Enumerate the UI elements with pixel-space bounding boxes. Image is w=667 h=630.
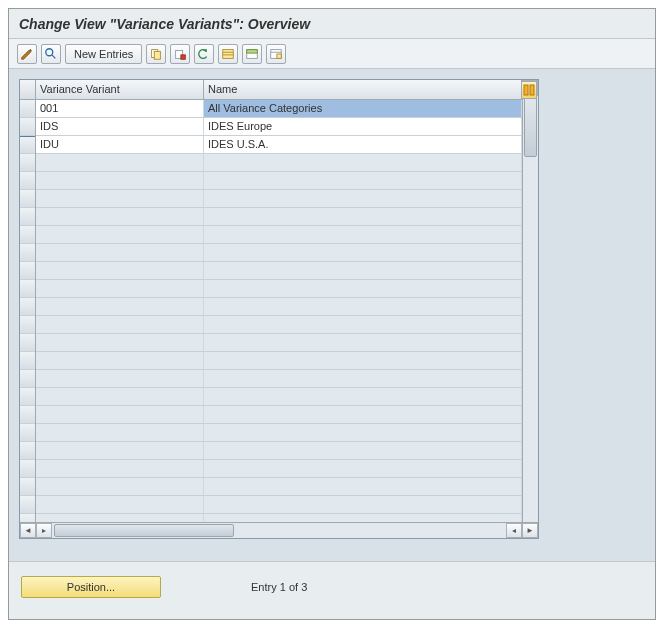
position-button[interactable]: Position...: [21, 576, 161, 598]
cell-name: [204, 190, 522, 207]
hscroll-thumb[interactable]: [54, 524, 234, 537]
variance-table: Variance Variant Name 001All Variance Ca…: [19, 79, 539, 539]
row-selector[interactable]: [20, 388, 35, 406]
row-selector[interactable]: [20, 316, 35, 334]
hscroll-track[interactable]: [52, 523, 506, 538]
cell-variant: [36, 244, 204, 261]
deselect-all-icon[interactable]: [266, 44, 286, 64]
cell-variant: [36, 478, 204, 495]
row-selector[interactable]: [20, 226, 35, 244]
row-selector-header[interactable]: [20, 80, 35, 100]
table-row: [36, 460, 522, 478]
table-row[interactable]: 001All Variance Categories: [36, 100, 522, 118]
row-selector[interactable]: [20, 496, 35, 514]
footer-bar: Position... Entry 1 of 3: [9, 561, 655, 612]
svg-rect-14: [524, 85, 528, 95]
cell-variant: [36, 460, 204, 477]
col-header-name[interactable]: Name: [204, 80, 522, 99]
cell-name: [204, 388, 522, 405]
table-row: [36, 424, 522, 442]
configure-columns-icon[interactable]: [521, 81, 537, 99]
cell-name[interactable]: All Variance Categories: [204, 100, 522, 117]
table-row: [36, 208, 522, 226]
cell-name: [204, 226, 522, 243]
svg-rect-5: [181, 54, 185, 58]
cell-name[interactable]: IDES Europe: [204, 118, 522, 135]
sap-window: Change View "Variance Variants": Overvie…: [8, 8, 656, 620]
cell-name: [204, 154, 522, 171]
content-area: www.tutorialkart.com www.tutorialkart.co…: [9, 69, 655, 561]
table-row: [36, 190, 522, 208]
new-entries-button[interactable]: New Entries: [65, 44, 142, 64]
row-selector[interactable]: [20, 208, 35, 226]
cell-name: [204, 316, 522, 333]
vscroll-thumb[interactable]: [524, 97, 537, 157]
expand-icon[interactable]: [41, 44, 61, 64]
row-selector[interactable]: [20, 136, 35, 154]
svg-point-0: [46, 48, 53, 55]
grid-header-row: Variance Variant Name: [36, 80, 522, 100]
grid: Variance Variant Name 001All Variance Ca…: [36, 80, 522, 538]
cell-name: [204, 280, 522, 297]
table-row: [36, 172, 522, 190]
delete-icon[interactable]: [170, 44, 190, 64]
row-selector[interactable]: [20, 244, 35, 262]
cell-name: [204, 406, 522, 423]
cell-variant[interactable]: 001: [36, 100, 204, 117]
cell-variant: [36, 352, 204, 369]
page-title: Change View "Variance Variants": Overvie…: [9, 9, 655, 39]
table-row: [36, 154, 522, 172]
row-selector[interactable]: [20, 370, 35, 388]
table-row: [36, 316, 522, 334]
table-row: [36, 298, 522, 316]
copy-icon[interactable]: [146, 44, 166, 64]
row-selector[interactable]: [20, 352, 35, 370]
cell-variant: [36, 388, 204, 405]
row-selector[interactable]: [20, 280, 35, 298]
cell-name: [204, 370, 522, 387]
hscroll-step-left-icon[interactable]: ▸: [36, 523, 52, 538]
cell-name: [204, 244, 522, 261]
cell-name: [204, 334, 522, 351]
row-selector[interactable]: [20, 406, 35, 424]
cell-name: [204, 424, 522, 441]
select-block-icon[interactable]: [242, 44, 262, 64]
cell-variant: [36, 442, 204, 459]
row-selector[interactable]: [20, 298, 35, 316]
row-selector[interactable]: [20, 478, 35, 496]
row-selector[interactable]: [20, 154, 35, 172]
hscroll-step-right-icon[interactable]: ◂: [506, 523, 522, 538]
undo-icon[interactable]: [194, 44, 214, 64]
table-row[interactable]: IDUIDES U.S.A.: [36, 136, 522, 154]
table-row: [36, 334, 522, 352]
cell-variant: [36, 406, 204, 423]
row-selector[interactable]: [20, 118, 35, 136]
row-selector[interactable]: [20, 424, 35, 442]
cell-name: [204, 208, 522, 225]
row-selector[interactable]: [20, 190, 35, 208]
table-row[interactable]: IDSIDES Europe: [36, 118, 522, 136]
cell-name[interactable]: IDES U.S.A.: [204, 136, 522, 153]
table-row: [36, 280, 522, 298]
row-selector[interactable]: [20, 334, 35, 352]
row-selector[interactable]: [20, 172, 35, 190]
cell-variant: [36, 496, 204, 513]
row-selector[interactable]: [20, 460, 35, 478]
row-selector[interactable]: [20, 100, 35, 118]
cell-name: [204, 478, 522, 495]
row-selector[interactable]: [20, 262, 35, 280]
cell-variant[interactable]: IDU: [36, 136, 204, 153]
row-selector[interactable]: [20, 442, 35, 460]
cell-variant[interactable]: IDS: [36, 118, 204, 135]
cell-variant: [36, 424, 204, 441]
svg-line-1: [52, 54, 56, 58]
table-row: [36, 262, 522, 280]
select-all-icon[interactable]: [218, 44, 238, 64]
change-mode-icon[interactable]: [17, 44, 37, 64]
vscroll-track[interactable]: [523, 96, 538, 522]
svg-rect-6: [223, 49, 234, 58]
horizontal-scrollbar: ◄ ▸ ◂ ►: [36, 522, 522, 538]
cell-name: [204, 442, 522, 459]
col-header-variant[interactable]: Variance Variant: [36, 80, 204, 99]
cell-name: [204, 298, 522, 315]
